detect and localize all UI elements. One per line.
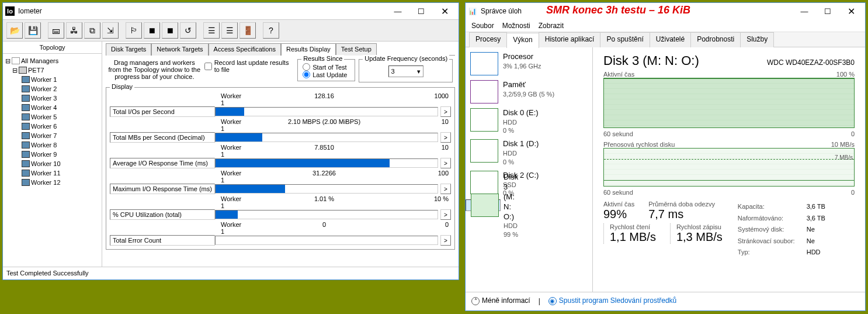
fewer-details-button[interactable]: ˄Méně informací	[471, 296, 530, 305]
task-manager-window: 📊 Správce úloh — ☐ ✕ SouborMožnostiZobra…	[465, 2, 866, 311]
expand-button[interactable]: >	[440, 184, 451, 194]
tab-disk-targets[interactable]: Disk Targets	[106, 43, 151, 56]
metric-bar[interactable]	[215, 184, 438, 194]
iometer-title: Iometer	[18, 7, 386, 15]
tree-host[interactable]: ⊟ PET7	[12, 65, 99, 75]
close-button[interactable]: ✕	[433, 4, 456, 19]
menu-zobrazit[interactable]: Zobrazit	[539, 22, 564, 30]
tree-worker[interactable]: Worker 4	[22, 103, 99, 112]
menu-soubor[interactable]: Soubor	[471, 22, 494, 30]
expand-button[interactable]: >	[440, 209, 451, 220]
sidebar-item-d0[interactable]: Disk 0 (E:)HDD0 %	[466, 106, 592, 137]
metric-label[interactable]: % CPU Utilization (total)	[110, 209, 215, 220]
update-frequency-select[interactable]: 3▾	[388, 65, 423, 77]
tab-test-setup[interactable]: Test Setup	[336, 43, 377, 56]
topology-header: Topology	[3, 42, 102, 54]
tab-results-display[interactable]: Results Display	[281, 43, 336, 56]
metric-bar[interactable]	[215, 158, 438, 168]
tm-footer: ˄Méně informací | ◉Spustit program Sledo…	[466, 292, 865, 309]
expand-button[interactable]: >	[440, 158, 451, 168]
thumb-icon	[470, 108, 498, 132]
new-net-icon[interactable]: 🖧	[66, 22, 82, 39]
metric-label[interactable]: Maximum I/O Response Time (ms)	[110, 184, 215, 194]
metric-row: Worker 1128.161000 Total I/Os per Second…	[110, 92, 451, 117]
flag-start-icon[interactable]: 🏳	[126, 22, 142, 39]
record-checkbox[interactable]: Record last update results to file	[204, 59, 294, 73]
save-icon[interactable]: 💾	[25, 22, 41, 39]
resource-monitor-link[interactable]: ◉Spustit program Sledování prostředků	[548, 296, 676, 305]
tm-sidebar[interactable]: Procesor3% 1,96 GHzPaměť3,2/59,9 GB (5 %…	[466, 47, 593, 292]
tree-root[interactable]: ⊟ All Managers	[5, 56, 99, 65]
tree-worker[interactable]: Worker 5	[22, 112, 99, 122]
tab-historie-aplikací[interactable]: Historie aplikací	[539, 32, 601, 47]
radio-start-of-test[interactable]: Start of Test	[303, 63, 350, 71]
tab-procesy[interactable]: Procesy	[469, 32, 507, 47]
reset-icon[interactable]: ↺	[180, 22, 196, 39]
right-align-icon[interactable]: ☰	[221, 22, 238, 39]
sidebar-item-d3[interactable]: Disk 3 (M: N: O:)HDD99 %	[466, 199, 501, 211]
tree-worker[interactable]: Worker 8	[22, 140, 99, 150]
metric-bar[interactable]	[215, 133, 438, 142]
folder-open-icon[interactable]: 📂	[6, 22, 23, 39]
tree-worker[interactable]: Worker 2	[22, 84, 99, 94]
expand-button[interactable]: >	[440, 132, 451, 143]
metric-label[interactable]: Total MBs per Second (Decimal)	[110, 132, 215, 143]
expand-button[interactable]: >	[440, 235, 451, 246]
tree-worker[interactable]: Worker 9	[22, 150, 99, 159]
thumb-icon	[471, 194, 499, 217]
metric-label[interactable]: Total Error Count	[110, 235, 215, 246]
tree-worker[interactable]: Worker 12	[22, 178, 99, 187]
tree-worker[interactable]: Worker 1	[22, 75, 99, 84]
sidebar-item-cpu[interactable]: Procesor3% 1,96 GHz	[466, 50, 592, 78]
thumb-icon	[470, 52, 498, 75]
menu-možnosti[interactable]: Možnosti	[502, 22, 530, 30]
minimize-button[interactable]: —	[386, 4, 409, 19]
tab-network-targets[interactable]: Network Targets	[151, 43, 208, 56]
record-checkbox-input[interactable]	[204, 63, 212, 70]
maximize-button[interactable]: ☐	[816, 4, 839, 19]
metric-row: Worker 12.10 MBPS (2.00 MiBPS)10 Total M…	[110, 118, 451, 143]
tab-výkon[interactable]: Výkon	[506, 33, 539, 48]
disk-model: WDC WD40EZAZ-00SF3B0	[767, 58, 855, 67]
stop-icon[interactable]: ⏹	[144, 22, 160, 39]
metric-bar[interactable]	[215, 236, 438, 245]
prop-row: Systémový disk:Ne	[738, 225, 825, 235]
tm-tabstrip: ProcesyVýkonHistorie aplikacíPo spuštění…	[466, 32, 865, 47]
chevron-up-icon: ˄	[471, 297, 480, 305]
tab-po-spuštění[interactable]: Po spuštění	[600, 32, 650, 47]
sidebar-item-mem[interactable]: Paměť3,2/59,9 GB (5 %)	[466, 78, 592, 106]
help-icon[interactable]: ?	[263, 22, 279, 39]
tab-uživatelé[interactable]: Uživatelé	[650, 32, 691, 47]
metric-label[interactable]: Total I/Os per Second	[110, 106, 215, 117]
left-align-icon[interactable]: ☰	[203, 22, 220, 39]
topology-panel: Topology ⊟ All Managers ⊟ PET7 Worker 1 …	[3, 42, 102, 267]
metric-label[interactable]: Average I/O Response Time (ms)	[110, 158, 215, 168]
stat-active-time: 99%	[603, 208, 634, 221]
tab-podrobnosti[interactable]: Podrobnosti	[690, 32, 741, 47]
close-button[interactable]: ✕	[839, 4, 863, 19]
tree-worker[interactable]: Worker 6	[22, 122, 99, 131]
tree-worker[interactable]: Worker 11	[22, 168, 99, 178]
expand-button[interactable]: >	[440, 106, 451, 117]
stat-read-speed: 1,1 MB/s	[610, 230, 656, 244]
sidebar-item-d1[interactable]: Disk 1 (D:)HDD0 %	[466, 137, 592, 168]
radio-last-update[interactable]: Last Update	[303, 71, 350, 78]
duplicate-icon[interactable]: ⧉	[84, 22, 100, 39]
minimize-button[interactable]: —	[793, 4, 816, 19]
metric-bar[interactable]	[215, 107, 438, 116]
tree-worker[interactable]: Worker 3	[22, 94, 99, 103]
stop-all-icon[interactable]: ⏹	[162, 22, 178, 39]
worker-icon	[22, 179, 30, 186]
tab-služby[interactable]: Služby	[740, 32, 774, 47]
exit-icon[interactable]: 🚪	[239, 22, 256, 39]
spread-icon[interactable]: ⇲	[102, 22, 119, 39]
monitor-icon: ◉	[548, 297, 557, 305]
tree-worker[interactable]: Worker 7	[22, 131, 99, 140]
new-disk-icon[interactable]: 🖴	[48, 22, 64, 39]
tm-menubar: SouborMožnostiZobrazit	[466, 19, 865, 32]
maximize-button[interactable]: ☐	[409, 4, 433, 19]
prop-row: Naformátováno:3,6 TB	[738, 213, 825, 224]
tab-access-specifications[interactable]: Access Specifications	[209, 43, 281, 56]
metric-bar[interactable]	[215, 210, 438, 219]
tree-worker[interactable]: Worker 10	[22, 159, 99, 168]
